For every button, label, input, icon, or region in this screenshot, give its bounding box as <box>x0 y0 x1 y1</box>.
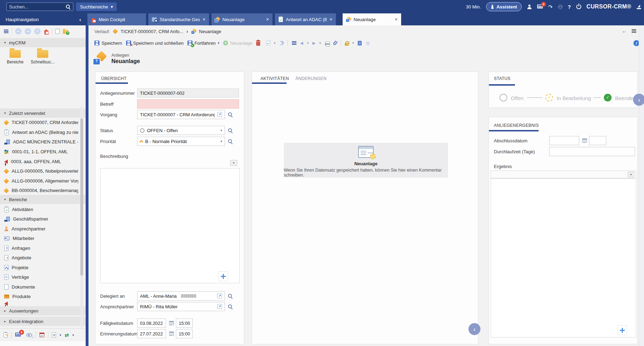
search-input[interactable] <box>9 4 64 10</box>
menu-icon[interactable] <box>4 30 8 33</box>
new-record-button[interactable]: + Neuanlage <box>223 41 252 46</box>
sidebar-item-dokumente[interactable]: Dokumente <box>0 282 80 292</box>
close-icon[interactable] <box>330 17 332 22</box>
ansprechpartner-field[interactable]: RIMÜ - Rita Müller <box>137 302 225 311</box>
recent-item[interactable]: 0003, aaa, OFFEN, AML <box>0 157 80 166</box>
attachment-icon[interactable] <box>333 41 338 45</box>
calendar-icon[interactable] <box>39 333 44 337</box>
delete-icon[interactable] <box>256 42 260 46</box>
user-icon[interactable] <box>527 5 532 9</box>
lookup-button[interactable] <box>227 127 233 134</box>
erinnerung-time-field[interactable] <box>176 329 193 338</box>
close-icon[interactable] <box>395 17 398 22</box>
abschlussdatum-time-field[interactable] <box>589 136 606 145</box>
move-button[interactable] <box>218 271 228 281</box>
help-icon[interactable]: ? <box>568 4 571 10</box>
sidebar-item-vertraege[interactable]: Verträge <box>0 272 80 282</box>
search-scope-button[interactable]: Suchbereiche <box>76 2 117 11</box>
erinnerung-date-field[interactable] <box>137 329 166 338</box>
nav-up-icon[interactable]: ↑ <box>34 28 41 35</box>
sidebar-item-ansprechpartner[interactable]: Ansprechpartner <box>0 224 80 234</box>
collapse-panel-button[interactable]: ‹ <box>468 323 480 335</box>
status-field[interactable]: OFFEN - Offen <box>137 126 225 135</box>
section-mycrm[interactable]: myCRM <box>0 38 86 47</box>
recent-item[interactable]: TICKET-0000007, CRM Anforderung <box>0 118 80 127</box>
lookup-button[interactable] <box>227 293 233 299</box>
tab-neuanlage-active[interactable]: Neuanlage <box>343 13 401 25</box>
recent-item[interactable]: ADAC MÜNCHEN ZENTRALE - INTE <box>0 137 80 147</box>
breadcrumb-item-ticket[interactable]: TICKET-0000007, CRM Anfo... <box>121 29 183 34</box>
menu-icon[interactable] <box>632 29 636 33</box>
inbox-button[interactable]: 8 <box>15 332 21 338</box>
watch-icon[interactable] <box>26 333 32 337</box>
favorite-icon[interactable] <box>366 41 370 46</box>
prioritaet-field[interactable]: B - Normale Priorität <box>137 137 225 146</box>
search-icon[interactable] <box>66 5 70 9</box>
save-button[interactable]: Speichern <box>94 41 122 46</box>
power-icon[interactable] <box>576 4 581 9</box>
recent-item[interactable]: BB-0000004, Beschwerdemanagem <box>0 186 80 195</box>
faelligkeit-time-field[interactable] <box>176 319 193 328</box>
sidebar-item-geschaeftspartner[interactable]: Geschäftspartner <box>0 214 80 224</box>
move-button[interactable] <box>617 325 627 335</box>
chevron-down-icon[interactable] <box>72 333 74 337</box>
clipboard-icon[interactable] <box>55 29 60 34</box>
open-record-icon[interactable] <box>217 112 222 117</box>
document-gear-icon[interactable] <box>52 332 56 338</box>
anliegennummer-field[interactable] <box>137 88 239 98</box>
tab-aenderungen[interactable]: ÄNDERUNGEN <box>295 76 326 81</box>
beschreibung-dropdown-button[interactable] <box>230 160 237 166</box>
chevron-down-icon[interactable] <box>60 333 61 337</box>
new-folder-icon[interactable] <box>63 30 68 34</box>
expand-panel-button[interactable]: ‹ <box>633 94 644 106</box>
recent-item[interactable]: 0001-01, 1-1, OFFEN, AML <box>0 147 80 156</box>
next-record-icon[interactable] <box>313 41 315 45</box>
sidebar-item-projekte[interactable]: Projekte <box>0 263 80 272</box>
save-close-button[interactable]: × Speichern und schließen <box>126 41 184 46</box>
chevron-down-icon[interactable] <box>307 41 309 45</box>
previous-record-icon[interactable] <box>300 41 303 45</box>
folder-bereiche[interactable]: Bereiche <box>4 48 27 64</box>
copy-icon[interactable] <box>266 41 270 45</box>
global-search[interactable] <box>6 2 73 11</box>
beschreibung-textarea[interactable] <box>100 168 240 283</box>
calendar-button[interactable] <box>581 137 588 144</box>
sidebar-item-produkte[interactable]: Produkte <box>0 292 80 301</box>
breadcrumb-item-neuanlage[interactable]: Neuanlage <box>199 29 221 34</box>
chevron-down-icon[interactable] <box>220 140 222 143</box>
vorgang-field[interactable]: TICKET-0000007 - CRM Anforderung TICK... <box>137 110 225 119</box>
list-icon[interactable] <box>292 41 296 45</box>
ergebnis-textarea[interactable] <box>491 178 636 338</box>
lock-icon[interactable] <box>345 43 349 46</box>
right-scroll-strip[interactable] <box>639 25 644 346</box>
section-bereiche[interactable]: Bereiche <box>0 195 86 204</box>
sidebar-item-angebote[interactable]: Angebote <box>0 253 80 262</box>
lookup-button[interactable] <box>227 138 233 144</box>
relation-icon[interactable] <box>358 41 362 45</box>
sidebar-item-clipped[interactable] <box>0 302 80 307</box>
tab-anliegenergebnis[interactable]: ANLIEGENERGEBNIS <box>494 123 539 128</box>
abschlussdatum-date-field[interactable] <box>549 136 579 145</box>
proceed-button[interactable]: ▸ Fortfahren <box>188 41 220 46</box>
lookup-button[interactable] <box>227 111 233 118</box>
chevron-down-icon[interactable] <box>220 129 222 132</box>
calendar-button[interactable] <box>168 330 174 337</box>
chevron-down-icon[interactable] <box>218 41 220 45</box>
chevron-down-icon[interactable] <box>274 41 276 45</box>
section-auswertungen[interactable]: Auswertungen <box>0 306 86 315</box>
home-icon[interactable] <box>44 29 49 34</box>
open-record-icon[interactable] <box>217 294 222 298</box>
sync-icon[interactable] <box>65 333 69 338</box>
betreff-field[interactable] <box>137 99 239 109</box>
inbox-button[interactable]: 8 <box>537 4 543 10</box>
calendar-button[interactable] <box>168 320 174 326</box>
delegiert-field[interactable]: AML - Anne-Maria <box>137 291 225 301</box>
print-icon[interactable] <box>325 43 330 45</box>
nav-back-icon[interactable]: ← <box>15 28 22 35</box>
ergebnis-dropdown-button[interactable] <box>628 172 634 177</box>
tab-mein-cockpit[interactable]: Mein Cockpit <box>87 13 146 25</box>
assistant-button[interactable]: Assistent <box>486 2 522 11</box>
close-icon[interactable] <box>266 17 269 22</box>
open-record-icon[interactable] <box>217 304 222 309</box>
globe-icon[interactable] <box>558 5 563 9</box>
